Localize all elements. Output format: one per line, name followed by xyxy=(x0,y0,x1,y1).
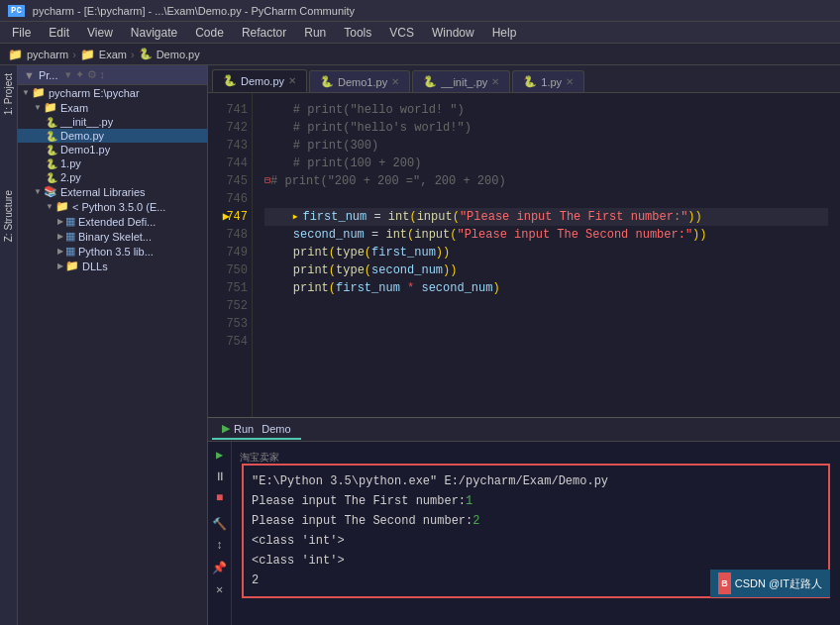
tab-demo1-label: Demo1.py xyxy=(338,76,387,88)
pin-button[interactable]: 📌 xyxy=(211,559,229,576)
scroll-button[interactable]: ↕ xyxy=(211,537,229,555)
code-line-750: print(type(second_num)) xyxy=(264,261,828,279)
project-panel: ▼ Pr... ▾ ✦ ⚙ ↕ ▼ 📁 pycharm E:\pychar ▼ … xyxy=(18,65,207,625)
menu-bar: File Edit View Navigate Code Refactor Ru… xyxy=(0,22,840,44)
pause-button[interactable]: ⏸ xyxy=(211,468,229,485)
code-line-746 xyxy=(264,190,828,208)
main-layout: 1: Project Z: Structure ▼ Pr... ▾ ✦ ⚙ ↕ … xyxy=(0,65,840,625)
tree-dlls[interactable]: ▶ 📁 DLLs xyxy=(18,259,207,273)
term-input-1: 1 xyxy=(466,494,472,508)
code-line-752 xyxy=(264,297,828,315)
tree-init-label: __init__.py xyxy=(60,116,113,128)
code-line-745: ⊟# print("200 + 200 =", 200 + 200) xyxy=(264,172,828,190)
menu-navigate[interactable]: Navigate xyxy=(123,24,185,42)
tree-1py-label: 1.py xyxy=(60,157,81,169)
code-line-748: second_num = int(input("Please input The… xyxy=(264,226,828,244)
tab-bar: 🐍 Demo.py ✕ 🐍 Demo1.py ✕ 🐍 __init_.py ✕ … xyxy=(208,65,840,93)
code-line-754 xyxy=(264,333,828,351)
bottom-tabs: ▶ Run Demo xyxy=(208,418,840,442)
tree-2py-label: 2.py xyxy=(60,171,81,183)
tree-binskel-label: Binary Skelet... xyxy=(78,231,152,243)
panel-title: Pr... xyxy=(39,69,58,81)
line-numbers: 741 742 743 744 745 746 ▶747 748 749 750… xyxy=(208,93,253,417)
tree-py35lib[interactable]: ▶ ▦ Python 3.5 lib... xyxy=(18,244,207,259)
run-tab[interactable]: ▶ Run Demo xyxy=(212,419,301,440)
menu-edit[interactable]: Edit xyxy=(41,24,77,42)
menu-code[interactable]: Code xyxy=(187,24,232,42)
menu-file[interactable]: File xyxy=(4,24,39,42)
run-tab-label: Run xyxy=(234,423,254,435)
code-line-747: ▶ first_num = int(input("Please input Th… xyxy=(264,208,828,226)
window-title: pycharm - [E:\pycharm] - ...\Exam\Demo.p… xyxy=(33,5,355,17)
demo-tab-label: Demo xyxy=(262,423,290,435)
code-line-742: # print("hello's world!") xyxy=(264,119,828,137)
run-toolbar: ▶ ⏸ ■ 🔨 ↕ 📌 ✕ xyxy=(208,442,232,625)
tree-demo1[interactable]: 🐍 Demo1.py xyxy=(18,143,207,156)
code-line-753 xyxy=(264,315,828,333)
tree-1py[interactable]: 🐍 1.py xyxy=(18,156,207,170)
tree-py35lib-label: Python 3.5 lib... xyxy=(78,246,154,258)
panel-header: ▼ Pr... ▾ ✦ ⚙ ↕ xyxy=(18,65,207,85)
close-run-button[interactable]: ✕ xyxy=(211,580,229,598)
title-bar: PC pycharm - [E:\pycharm] - ...\Exam\Dem… xyxy=(0,0,840,22)
tab-demo1-close[interactable]: ✕ xyxy=(391,76,399,87)
tab-init-label: __init_.py xyxy=(441,76,487,88)
menu-refactor[interactable]: Refactor xyxy=(234,24,294,42)
code-editor: 741 742 743 744 745 746 ▶747 748 749 750… xyxy=(208,93,840,417)
tree-dlls-label: DLLs xyxy=(82,260,108,272)
tab-demo-label: Demo.py xyxy=(241,75,284,87)
run-panel-content: ▶ ⏸ ■ 🔨 ↕ 📌 ✕ 淘宝卖家 "E:\Python 3.5\python… xyxy=(208,442,840,625)
project-tab[interactable]: 1: Project xyxy=(1,65,16,123)
code-content[interactable]: # print("hello world! ") # print("hello'… xyxy=(253,93,840,417)
bottom-panel: ▶ Run Demo ▶ ⏸ ■ 🔨 ↕ 📌 ✕ 淘宝卖家 xyxy=(208,417,840,625)
terminal-output: 淘宝卖家 "E:\Python 3.5\python.exe" E:/pycha… xyxy=(232,442,840,625)
tab-1py-close[interactable]: ✕ xyxy=(566,76,574,87)
term-input-2: 2 xyxy=(472,514,479,528)
tree-root-label: pycharm E:\pychar xyxy=(49,87,140,99)
build-button[interactable]: 🔨 xyxy=(211,515,229,533)
tree-exam-label: Exam xyxy=(60,102,88,114)
tab-demo1[interactable]: 🐍 Demo1.py ✕ xyxy=(309,70,410,92)
csdn-badge: B CSDN @IT赶路人 xyxy=(710,570,830,597)
tab-init-close[interactable]: ✕ xyxy=(491,76,499,87)
tree-python35[interactable]: ▼ 📁 < Python 3.5.0 (E... xyxy=(18,199,207,214)
tab-init[interactable]: 🐍 __init_.py ✕ xyxy=(412,70,510,92)
tree-extdef[interactable]: ▶ ▦ Extended Defi... xyxy=(18,214,207,229)
menu-tools[interactable]: Tools xyxy=(336,24,379,42)
term-line-5: <class 'int'> xyxy=(252,551,820,571)
tree-root[interactable]: ▼ 📁 pycharm E:\pychar xyxy=(18,85,207,100)
tree-init[interactable]: 🐍 __init__.py xyxy=(18,115,207,129)
tree-demo[interactable]: 🐍 Demo.py xyxy=(18,129,207,143)
code-line-749: print(type(first_num)) xyxy=(264,244,828,261)
tree-demo-label: Demo.py xyxy=(60,130,104,142)
menu-help[interactable]: Help xyxy=(484,24,525,42)
structure-tab[interactable]: Z: Structure xyxy=(1,182,16,250)
menu-view[interactable]: View xyxy=(79,24,121,42)
tree-2py[interactable]: 🐍 2.py xyxy=(18,170,207,184)
code-line-751: print(first_num * second_num) xyxy=(264,279,828,297)
breadcrumb-exam[interactable]: Exam xyxy=(99,49,127,60)
tree-extlibs[interactable]: ▼ 📚 External Libraries xyxy=(18,184,207,199)
term-line-2: Please input The First number:1 xyxy=(252,491,820,511)
tab-1py[interactable]: 🐍 1.py ✕ xyxy=(512,70,584,92)
breadcrumb-file[interactable]: Demo.py xyxy=(157,49,200,60)
code-line-743: # print(300) xyxy=(264,137,828,155)
term-line-3: Please input The Second number:2 xyxy=(252,511,820,531)
tab-1py-label: 1.py xyxy=(541,76,562,88)
breadcrumb-pycharm[interactable]: pycharm xyxy=(27,49,68,60)
term-line-1: "E:\Python 3.5\python.exe" E:/pycharm/Ex… xyxy=(252,471,820,491)
tree-demo1-label: Demo1.py xyxy=(60,144,110,156)
menu-window[interactable]: Window xyxy=(424,24,482,42)
tree-exam[interactable]: ▼ 📁 Exam xyxy=(18,100,207,115)
breadcrumb: 📁 pycharm › 📁 Exam › 🐍 Demo.py xyxy=(0,44,840,65)
play-button[interactable]: ▶ xyxy=(211,446,229,464)
tab-demo-close[interactable]: ✕ xyxy=(288,75,296,86)
editor-area: 🐍 Demo.py ✕ 🐍 Demo1.py ✕ 🐍 __init_.py ✕ … xyxy=(208,65,840,625)
tree-extlibs-label: External Libraries xyxy=(60,186,146,198)
tab-demo[interactable]: 🐍 Demo.py ✕ xyxy=(212,69,307,92)
menu-vcs[interactable]: VCS xyxy=(381,24,422,42)
tree-binskel[interactable]: ▶ ▦ Binary Skelet... xyxy=(18,229,207,244)
code-line-741: # print("hello world! ") xyxy=(264,101,828,119)
stop-button[interactable]: ■ xyxy=(211,489,229,507)
menu-run[interactable]: Run xyxy=(296,24,334,42)
